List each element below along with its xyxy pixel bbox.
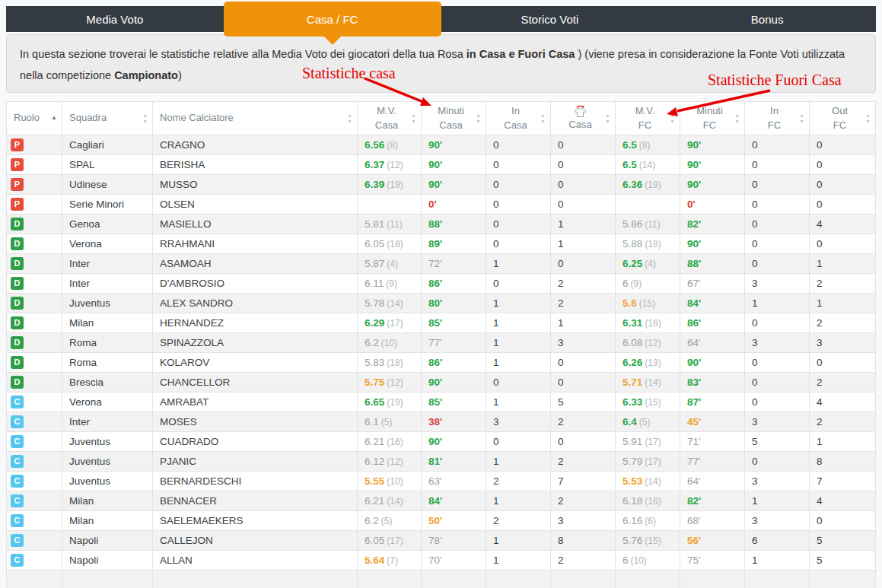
column-header-mv-fc[interactable]: M.V.FC▲▼	[616, 102, 680, 135]
player-name-cell: OLSEN	[153, 195, 358, 215]
column-header-label: InFC	[750, 104, 799, 132]
table-row: CNapoliCALLEJON6.05(17)78'185.76(15)56'6…	[7, 531, 876, 551]
sort-arrows-icon[interactable]: ▲▼	[865, 113, 871, 124]
in-casa-cell: 0	[486, 195, 551, 215]
player-name-cell: AMRABAT	[153, 393, 358, 412]
in-fc-cell: 1	[745, 491, 810, 511]
table-row: CMilanBENNACER6.21(14)84'126.18(16)82'14	[7, 491, 876, 511]
description-bold-casa-fc: in Casa e Fuori Casa	[466, 48, 575, 60]
column-header-ruolo[interactable]: Ruolo▲	[7, 102, 62, 135]
column-header-in-fc[interactable]: InFC▲▼	[745, 102, 810, 135]
role-badge: C	[11, 514, 24, 527]
out-casa-cell: 2	[551, 412, 616, 432]
out-casa-cell: 0	[551, 175, 616, 195]
column-header-out-fc[interactable]: OutFC▲▼	[810, 102, 876, 135]
out-fc-cell: 2	[810, 274, 876, 294]
mv-fc-cell: 5.71(14)	[616, 373, 680, 393]
role-badge: D	[11, 277, 24, 290]
mv-fc-cell: 6.33(15)	[616, 393, 680, 412]
in-casa-cell: 0	[486, 234, 551, 254]
minuti-casa-cell: 81'	[422, 452, 486, 472]
role-cell: P	[7, 175, 62, 195]
mv-casa-cell: 6.1(5)	[358, 412, 422, 432]
table-row: CVeronaAMRABAT6.65(19)85'156.33(15)87'04	[7, 393, 876, 412]
mv-casa-cell: 6.11(9)	[358, 274, 422, 294]
role-cell: C	[7, 432, 62, 452]
in-fc-cell: 1	[745, 551, 810, 571]
tab-storico-voti[interactable]: Storico Voti	[441, 6, 659, 32]
out-fc-cell: 3	[810, 333, 876, 353]
column-header-label: MinutiFC	[685, 104, 734, 132]
team-cell: Milan	[62, 511, 153, 531]
in-casa-cell: 0	[486, 155, 551, 175]
role-cell: C	[7, 511, 62, 531]
in-fc-cell: 0	[745, 393, 810, 412]
mv-casa-cell: 5.81(11)	[358, 215, 422, 234]
out-fc-cell: 0	[810, 511, 876, 531]
role-cell: D	[7, 254, 62, 274]
sort-arrows-icon[interactable]: ▲▼	[411, 113, 416, 124]
out-fc-cell: 5	[810, 551, 876, 571]
out-casa-cell: 0	[551, 373, 616, 393]
minuti-casa-cell: 86'	[422, 274, 486, 294]
out-casa-cell: 0	[551, 353, 616, 373]
in-casa-cell: 3	[486, 412, 551, 432]
sort-arrows-icon[interactable]: ▲▼	[347, 113, 352, 124]
mv-fc-cell: 6(10)	[616, 551, 680, 571]
tab-media-voto[interactable]: Media Voto	[6, 6, 224, 32]
role-badge: C	[11, 415, 24, 428]
column-header-squadra[interactable]: Squadra▲▼	[62, 102, 153, 135]
column-header-in-casa[interactable]: InCasa▲▼	[486, 102, 551, 135]
column-header-out-casa[interactable]: Casa▲▼	[551, 102, 616, 135]
mv-casa-cell: 6.56(8)	[358, 135, 422, 155]
minuti-fc-cell: 86'	[680, 313, 745, 333]
column-header-minuti-fc[interactable]: MinutiFC▲▼	[680, 102, 745, 135]
table-row: CJuventusCUADRADO6.21(16)90'005.91(17)71…	[7, 432, 876, 452]
mv-fc-cell: 5.6(15)	[616, 294, 680, 313]
active-tab-pill[interactable]: Casa / FC	[224, 2, 441, 37]
in-fc-cell: 3	[745, 412, 810, 432]
mv-casa-cell: 6.05(17)	[358, 531, 422, 551]
role-badge: D	[11, 297, 24, 310]
sort-arrows-icon[interactable]: ▲▼	[142, 113, 148, 124]
out-fc-cell: 4	[810, 215, 876, 234]
out-casa-cell: 0	[551, 155, 616, 175]
table-row: CInterMOSES6.1(5)38'326.4(5)45'32	[7, 412, 876, 432]
player-name-cell: PJANIC	[153, 452, 358, 472]
tab-storico-voti-label: Storico Voti	[521, 13, 578, 26]
tab-bonus[interactable]: Bonus	[658, 6, 876, 32]
sort-arrows-icon[interactable]: ▲▼	[734, 113, 740, 124]
role-badge: D	[11, 218, 24, 230]
out-casa-cell: 0	[551, 135, 616, 155]
out-fc-cell: 8	[810, 452, 876, 472]
team-cell: Milan	[62, 313, 153, 333]
sort-arrows-icon[interactable]: ▲	[51, 115, 57, 121]
in-fc-cell: 3	[745, 333, 810, 353]
mv-casa-cell: 6.29(17)	[358, 313, 422, 333]
in-fc-cell: 0	[745, 313, 810, 333]
out-fc-cell: 1	[810, 294, 876, 313]
mv-casa-cell: 5.78(14)	[358, 294, 422, 313]
in-casa-cell: 0	[486, 135, 551, 155]
player-name-cell: CALLEJON	[153, 531, 358, 551]
role-badge: C	[11, 435, 24, 448]
role-badge: C	[11, 554, 24, 567]
mv-fc-cell: 6(9)	[616, 274, 680, 294]
table-row-partial	[7, 571, 876, 588]
mv-casa-cell: 5.75(12)	[358, 373, 422, 393]
sort-arrows-icon[interactable]: ▲▼	[799, 113, 804, 124]
out-fc-cell: 0	[810, 155, 876, 175]
sort-arrows-icon[interactable]: ▲▼	[605, 113, 610, 124]
minuti-fc-cell: 90'	[680, 135, 745, 155]
column-header-mv-casa[interactable]: M.V.Casa▲▼	[358, 102, 422, 135]
player-name-cell: MUSSO	[153, 175, 358, 195]
column-header-nome-calciatore[interactable]: Nome Calciatore▲▼	[153, 102, 358, 135]
sort-arrows-icon[interactable]: ▲▼	[476, 113, 481, 124]
sort-arrows-icon[interactable]: ▲▼	[670, 113, 675, 124]
sort-arrows-icon[interactable]: ▲▼	[540, 113, 546, 124]
column-header-minuti-casa[interactable]: MinutiCasa▲▼	[422, 102, 486, 135]
player-name-cell: MASIELLO	[153, 215, 358, 234]
tab-casa-fc[interactable]: Casa / FC	[224, 6, 441, 32]
out-fc-cell: 0	[810, 135, 876, 155]
mv-fc-cell	[616, 195, 680, 215]
